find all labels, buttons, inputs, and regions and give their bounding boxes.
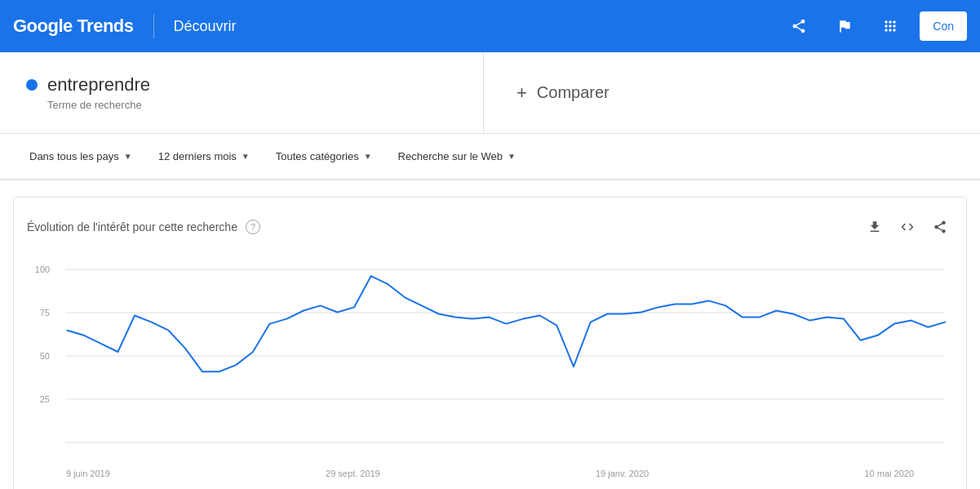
- trend-chart: 100 75 50 25: [27, 253, 953, 465]
- x-label-1: 9 juin 2019: [66, 469, 110, 478]
- x-label-4: 10 mai 2020: [864, 469, 914, 478]
- compare-text: Comparer: [537, 83, 610, 102]
- category-filter[interactable]: Toutes catégories ▼: [266, 144, 382, 169]
- category-filter-label: Toutes catégories: [276, 150, 359, 162]
- header-title: Découvrir: [174, 18, 237, 35]
- chart-actions: [862, 214, 953, 240]
- filters-bar: Dans tous les pays ▼ 12 derniers mois ▼ …: [0, 134, 980, 180]
- chart-title-row: Évolution de l'intérêt pour cette recher…: [27, 220, 260, 234]
- svg-text:100: 100: [35, 265, 50, 274]
- header: Google Trends Découvrir Con: [0, 0, 980, 52]
- compare-plus-icon: +: [517, 82, 527, 104]
- connect-button[interactable]: Con: [920, 11, 967, 41]
- chart-container: 100 75 50 25 9 juin 2019 29 sept. 2019 1…: [27, 253, 953, 478]
- period-filter[interactable]: 12 derniers mois ▼: [149, 144, 259, 169]
- flag-icon[interactable]: [828, 10, 861, 42]
- apps-icon[interactable]: [874, 10, 907, 42]
- share-chart-icon[interactable]: [927, 214, 953, 240]
- x-label-3: 19 janv. 2020: [596, 469, 649, 478]
- x-axis-labels: 9 juin 2019 29 sept. 2019 19 janv. 2020 …: [27, 465, 953, 478]
- search-type-chevron-icon: ▼: [508, 152, 516, 161]
- chart-help-icon[interactable]: ?: [246, 220, 260, 234]
- svg-text:50: 50: [40, 351, 50, 361]
- svg-text:25: 25: [40, 394, 50, 404]
- header-logo: Google Trends: [13, 16, 134, 37]
- category-chevron-icon: ▼: [364, 152, 372, 161]
- search-label: Terme de recherche: [47, 99, 457, 111]
- chart-title: Évolution de l'intérêt pour cette recher…: [27, 220, 237, 233]
- period-filter-label: 12 derniers mois: [158, 150, 237, 162]
- search-type-filter-label: Recherche sur le Web: [398, 150, 503, 162]
- x-label-2: 29 sept. 2019: [326, 469, 380, 478]
- search-term-box: entreprendre Terme de recherche: [0, 52, 484, 133]
- compare-box[interactable]: + Comparer: [484, 52, 980, 133]
- period-chevron-icon: ▼: [242, 152, 250, 161]
- search-section: entreprendre Terme de recherche + Compar…: [0, 52, 980, 134]
- share-icon[interactable]: [783, 10, 815, 42]
- country-filter-label: Dans tous les pays: [29, 150, 119, 162]
- google-trends-logo: Google Trends: [13, 16, 134, 37]
- country-filter[interactable]: Dans tous les pays ▼: [20, 144, 142, 169]
- chart-section: Évolution de l'intérêt pour cette recher…: [13, 197, 967, 489]
- download-icon[interactable]: [862, 214, 888, 240]
- chart-header: Évolution de l'intérêt pour cette recher…: [27, 214, 953, 240]
- search-term-row: entreprendre: [26, 74, 457, 96]
- search-type-filter[interactable]: Recherche sur le Web ▼: [388, 144, 525, 169]
- search-term-text: entreprendre: [47, 74, 150, 96]
- svg-text:75: 75: [40, 308, 50, 318]
- header-divider: [153, 14, 154, 38]
- country-chevron-icon: ▼: [124, 152, 132, 161]
- search-dot: [26, 79, 38, 91]
- embed-icon[interactable]: [894, 214, 920, 240]
